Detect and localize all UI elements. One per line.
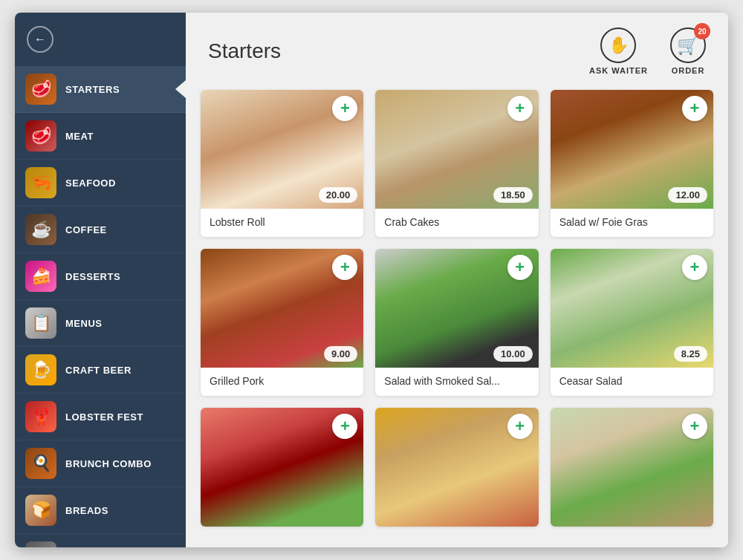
sidebar-label-starters: STARTERS xyxy=(65,84,120,95)
sidebar-label-meat: MEAT xyxy=(65,131,94,142)
sidebar-item-craftbeer[interactable]: 🍺CRAFT BEER xyxy=(15,347,186,394)
back-icon: ← xyxy=(34,33,46,46)
food-card-caesar-salad[interactable]: +8.25Ceasar Salad xyxy=(551,249,713,396)
price-badge-crab-cakes: 18.50 xyxy=(493,187,533,203)
sidebar-thumb-starters: 🥩 xyxy=(25,74,56,105)
cart-icon: 🛒 xyxy=(677,35,699,56)
add-button-crab-cakes[interactable]: + xyxy=(507,96,533,121)
sidebar-thumb-craftbeer: 🍺 xyxy=(25,354,56,385)
food-card-shrimp[interactable]: + xyxy=(201,408,363,527)
food-image-smoked-salad: +10.00 xyxy=(375,249,538,368)
price-badge-grilled-pork: 9.00 xyxy=(324,346,357,362)
sidebar-item-breads[interactable]: 🍞BREADS xyxy=(15,487,186,534)
sidebar-item-desserts[interactable]: 🍰DESSERTS xyxy=(15,253,186,300)
back-button[interactable]: ← xyxy=(27,26,53,53)
sidebar: ← 🥩STARTERS🥩MEAT🦐SEAFOOD☕COFFEE🍰DESSERTS… xyxy=(15,13,186,547)
main-content: Starters ✋ ASK WAITER 🛒 20 ORDER xyxy=(186,13,728,547)
food-image-pasta: + xyxy=(375,408,538,527)
food-card-grilled-pork[interactable]: +9.00Grilled Pork xyxy=(201,249,363,396)
price-badge-salad-foie: 12.00 xyxy=(668,187,707,203)
sidebar-item-starters[interactable]: 🥩STARTERS xyxy=(15,66,186,113)
sidebar-item-brunch[interactable]: 🍳BRUNCH COMBO xyxy=(15,440,186,487)
sidebar-thumb-menus: 📋 xyxy=(25,307,56,339)
food-card-crab-cakes[interactable]: +18.50Crab Cakes xyxy=(375,90,538,237)
add-button-smoked-salad[interactable]: + xyxy=(507,255,533,280)
food-name-smoked-salad: Salad with Smoked Sal... xyxy=(375,368,538,396)
food-card-lobster-roll[interactable]: +20.00Lobster Roll xyxy=(201,90,363,237)
sidebar-label-lobsterfest: LOBSTER FEST xyxy=(65,411,143,423)
page-title: Starters xyxy=(208,39,281,63)
price-badge-smoked-salad: 10.00 xyxy=(493,346,533,362)
food-name-crab-cakes: Crab Cakes xyxy=(375,209,538,237)
food-name-salad-foie: Salad w/ Foie Gras xyxy=(551,209,713,237)
sidebar-item-lobsterfest[interactable]: 🦞LOBSTER FEST xyxy=(15,394,186,440)
sidebar-label-coffee: COFFEE xyxy=(65,224,107,235)
hand-icon: ✋ xyxy=(609,36,629,55)
sidebar-thumb-brunch: 🍳 xyxy=(25,448,56,479)
ask-waiter-label: ASK WAITER xyxy=(589,66,648,75)
sidebar-item-coffee[interactable]: ☕COFFEE xyxy=(15,206,186,253)
sidebar-label-breads: BREADS xyxy=(65,505,108,516)
order-label: ORDER xyxy=(672,66,705,75)
food-card-smoked-salad[interactable]: +10.00Salad with Smoked Sal... xyxy=(375,249,538,396)
sidebar-label-craftbeer: CRAFT BEER xyxy=(65,365,132,376)
food-name-grilled-pork: Grilled Pork xyxy=(201,368,363,396)
food-name-lobster-roll: Lobster Roll xyxy=(201,209,363,237)
app-container: ← 🥩STARTERS🥩MEAT🦐SEAFOOD☕COFFEE🍰DESSERTS… xyxy=(15,13,728,547)
food-card-pasta[interactable]: + xyxy=(375,408,538,527)
sidebar-back-area: ← xyxy=(15,13,186,66)
sidebar-item-glutenfree[interactable]: 🌾GLUTEN FREE xyxy=(15,534,186,547)
sidebar-thumb-meat: 🥩 xyxy=(25,120,56,152)
add-button-caesar-salad[interactable]: + xyxy=(682,255,707,280)
sidebar-thumb-lobsterfest: 🦞 xyxy=(25,401,56,432)
food-image-spring-rolls: + xyxy=(551,408,713,527)
food-grid-area: +20.00Lobster Roll+18.50Crab Cakes+12.00… xyxy=(186,82,728,547)
food-name-caesar-salad: Ceasar Salad xyxy=(551,368,713,396)
food-image-salad-foie: +12.00 xyxy=(551,90,713,209)
cart-icon-circle: 🛒 20 xyxy=(670,27,706,63)
price-badge-lobster-roll: 20.00 xyxy=(319,187,358,203)
food-image-shrimp: + xyxy=(201,408,363,527)
sidebar-thumb-coffee: ☕ xyxy=(25,214,56,245)
sidebar-thumb-desserts: 🍰 xyxy=(25,261,56,292)
main-header: Starters ✋ ASK WAITER 🛒 20 ORDER xyxy=(186,13,728,82)
add-button-pasta[interactable]: + xyxy=(507,414,533,439)
sidebar-label-seafood: SEAFOOD xyxy=(65,178,116,189)
food-image-grilled-pork: +9.00 xyxy=(201,249,363,368)
sidebar-label-desserts: DESSERTS xyxy=(65,271,120,282)
food-image-caesar-salad: +8.25 xyxy=(551,249,713,368)
sidebar-thumb-seafood: 🦐 xyxy=(25,167,56,198)
sidebar-item-menus[interactable]: 📋MENUS xyxy=(15,300,186,347)
sidebar-label-brunch: BRUNCH COMBO xyxy=(65,458,152,469)
order-button[interactable]: 🛒 20 ORDER xyxy=(670,27,706,75)
sidebar-item-seafood[interactable]: 🦐SEAFOOD xyxy=(15,160,186,206)
price-badge-caesar-salad: 8.25 xyxy=(674,346,707,362)
sidebar-thumb-glutenfree: 🌾 xyxy=(25,541,56,547)
add-button-salad-foie[interactable]: + xyxy=(682,96,707,121)
sidebar-item-meat[interactable]: 🥩MEAT xyxy=(15,113,186,160)
add-button-spring-rolls[interactable]: + xyxy=(682,414,707,439)
waiter-icon-circle: ✋ xyxy=(600,27,636,63)
ask-waiter-button[interactable]: ✋ ASK WAITER xyxy=(589,27,648,75)
food-image-lobster-roll: +20.00 xyxy=(201,90,363,209)
order-badge: 20 xyxy=(694,23,710,39)
food-card-salad-foie[interactable]: +12.00Salad w/ Foie Gras xyxy=(551,90,713,237)
food-image-crab-cakes: +18.50 xyxy=(375,90,538,209)
food-grid: +20.00Lobster Roll+18.50Crab Cakes+12.00… xyxy=(201,90,713,527)
sidebar-thumb-breads: 🍞 xyxy=(25,495,56,526)
sidebar-label-menus: MENUS xyxy=(65,318,102,329)
header-actions: ✋ ASK WAITER 🛒 20 ORDER xyxy=(589,27,706,75)
food-card-spring-rolls[interactable]: + xyxy=(551,408,713,527)
